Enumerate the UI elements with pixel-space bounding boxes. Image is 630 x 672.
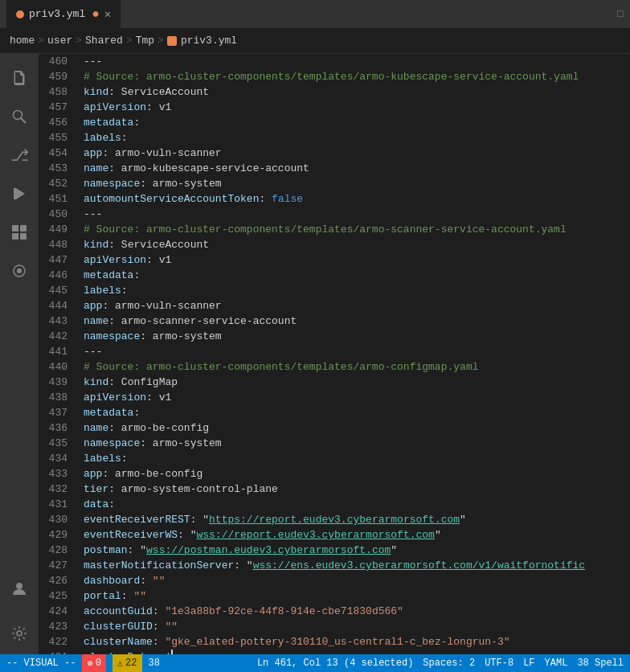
svg-point-9 <box>17 268 22 273</box>
main-layout: ⎇ <box>0 54 630 654</box>
code-line: eventReceiverREST: "https://report.eudev… <box>84 512 630 527</box>
tab-modified-dot: ● <box>92 7 100 22</box>
code-line: namespace: armo-system <box>84 176 630 191</box>
line-number: 437 <box>39 405 68 420</box>
code-line: app: armo-be-config <box>84 466 630 481</box>
code-line: app: armo-vuln-scanner <box>84 298 630 313</box>
status-line-ending[interactable]: LF <box>523 658 534 669</box>
spaces-label: Spaces: 2 <box>423 658 475 669</box>
breadcrumb-sep-1: > <box>38 35 44 47</box>
svg-point-0 <box>14 110 22 119</box>
breadcrumb-user[interactable]: user <box>47 35 72 47</box>
spell-label: 38 Spell <box>577 658 624 669</box>
tab-label: priv3.yml <box>29 8 85 20</box>
line-number: 452 <box>39 176 68 191</box>
status-left: -- VISUAL -- ⊗ 0 ⚠ 22 38 <box>6 654 160 672</box>
line-number: 460 <box>39 54 68 69</box>
status-warnings[interactable]: ⚠ 22 <box>112 654 142 672</box>
line-number: 423 <box>39 619 68 634</box>
status-info[interactable]: 38 <box>149 658 160 669</box>
status-errors[interactable]: ⊗ 0 <box>82 654 105 672</box>
breadcrumb-home[interactable]: home <box>10 35 35 47</box>
line-number: 434 <box>39 451 68 466</box>
code-line: app: armo-vuln-scanner <box>84 145 630 161</box>
code-line: apiVersion: v1 <box>84 390 630 405</box>
line-numbers: 4604594584574564554544534524514504494484… <box>39 54 77 654</box>
code-line: name: armo-scanner-service-account <box>84 313 630 329</box>
code-line: metadata: <box>84 405 630 420</box>
activity-account[interactable] <box>0 571 39 609</box>
code-line: metadata: <box>84 268 630 283</box>
status-encoding[interactable]: UTF-8 <box>485 658 513 669</box>
code-line: tier: armo-system-control-plane <box>84 481 630 497</box>
tab-group: priv3.yml ● ✕ <box>6 0 121 28</box>
line-number: 459 <box>39 69 68 84</box>
info-count: 38 <box>149 658 160 669</box>
line-number: 451 <box>39 191 68 207</box>
svg-point-10 <box>16 583 22 589</box>
code-line: kind: ServiceAccount <box>84 237 630 252</box>
svg-rect-3 <box>14 188 16 199</box>
line-number: 429 <box>39 527 68 543</box>
code-area[interactable]: 4604594584574564554544534524514504494484… <box>39 54 630 654</box>
line-number: 449 <box>39 222 68 237</box>
code-line: dashboard: "" <box>84 573 630 588</box>
line-number: 424 <box>39 604 68 619</box>
code-line: name: armo-kubescape-service-account <box>84 161 630 176</box>
status-spaces[interactable]: Spaces: 2 <box>423 658 475 669</box>
source-control-icon: ⎇ <box>10 149 29 165</box>
code-line: labels: <box>84 283 630 298</box>
position-label: Ln 461, Col 13 (4 selected) <box>257 658 413 669</box>
settings-icon <box>10 625 28 646</box>
activity-search[interactable] <box>0 99 39 137</box>
svg-line-1 <box>21 118 26 123</box>
editor[interactable]: 4604594584574564554544534524514504494484… <box>39 54 630 654</box>
line-number: 436 <box>39 420 68 436</box>
code-line: apiVersion: v1 <box>84 100 630 115</box>
activity-settings[interactable] <box>0 616 39 654</box>
code-content[interactable]: ---# Source: armo-cluster-components/tem… <box>77 54 630 654</box>
maximize-icon[interactable]: □ <box>617 8 624 20</box>
activity-files[interactable] <box>0 60 39 99</box>
tab-close-button[interactable]: ✕ <box>104 7 111 21</box>
active-tab[interactable]: priv3.yml ● ✕ <box>6 0 121 28</box>
breadcrumb-file[interactable]: priv3.yml <box>167 35 237 47</box>
status-branch[interactable]: -- VISUAL -- <box>6 658 76 669</box>
status-spell[interactable]: 38 Spell <box>577 658 624 669</box>
line-number: 430 <box>39 512 68 527</box>
line-number: 425 <box>39 588 68 604</box>
breadcrumb-tmp[interactable]: Tmp <box>136 35 154 47</box>
code-line: accountGuid: "1e3a88bf-92ce-44f8-914e-cb… <box>84 604 630 619</box>
status-position[interactable]: Ln 461, Col 13 (4 selected) <box>257 658 413 669</box>
code-line: namespace: armo-system <box>84 329 630 344</box>
line-number: 453 <box>39 161 68 176</box>
activity-extensions[interactable] <box>0 215 39 253</box>
breadcrumb-filename: priv3.yml <box>181 35 237 47</box>
search-icon <box>10 108 28 129</box>
activity-run[interactable] <box>0 176 39 215</box>
line-number: 439 <box>39 375 68 390</box>
window-controls: □ <box>617 8 630 20</box>
code-line: # Source: armo-cluster-components/templa… <box>84 222 630 237</box>
files-icon <box>10 69 28 90</box>
line-number: 457 <box>39 100 68 115</box>
status-language[interactable]: YAML <box>545 658 568 669</box>
activity-source-control[interactable]: ⎇ <box>0 137 39 176</box>
extensions-icon <box>10 223 28 245</box>
breadcrumb-sep-3: > <box>126 35 133 47</box>
line-number: 426 <box>39 573 68 588</box>
line-number: 441 <box>39 344 68 359</box>
svg-rect-6 <box>12 233 18 240</box>
code-line: kind: ServiceAccount <box>84 84 630 100</box>
line-number: 447 <box>39 252 68 268</box>
code-line: clusterGUID: "" <box>84 619 630 634</box>
code-line: postman: "wss://postman.eudev3.cyberarmo… <box>84 543 630 558</box>
breadcrumb-shared[interactable]: Shared <box>85 35 123 47</box>
line-number: 442 <box>39 329 68 344</box>
error-icon: ⊗ <box>87 658 92 670</box>
code-line: automountServiceAccountToken: false <box>84 191 630 207</box>
line-ending-label: LF <box>523 658 534 669</box>
svg-rect-5 <box>20 225 27 232</box>
code-line: --- <box>84 207 630 222</box>
activity-source[interactable] <box>0 253 39 292</box>
